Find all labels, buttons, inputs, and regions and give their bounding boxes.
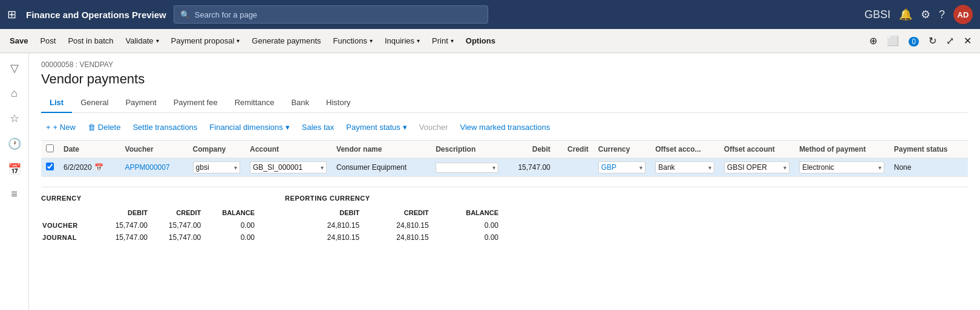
select-all-checkbox[interactable] bbox=[46, 144, 54, 152]
refresh-icon[interactable]: ↻ bbox=[925, 33, 940, 49]
tab-bar: List General Payment Payment fee Remitta… bbox=[41, 94, 968, 113]
offset-account-dropdown-arrow: ▾ bbox=[783, 164, 786, 171]
close-icon[interactable]: ✕ bbox=[960, 33, 975, 49]
row-currency-cell: GBP ▾ bbox=[593, 158, 650, 177]
reporting-header-row: DEBIT CREDIT BALANCE bbox=[286, 208, 503, 219]
tab-payment[interactable]: Payment bbox=[117, 94, 165, 113]
company-dropdown[interactable]: gbsi ▾ bbox=[193, 161, 240, 173]
currency-voucher-credit: 15,747.00 bbox=[154, 220, 206, 231]
cmd-right-icons: ⊕ ⬜ 0 ↻ ⤢ ✕ bbox=[866, 33, 975, 49]
settings-icon[interactable]: ⚙ bbox=[921, 8, 930, 21]
search-bar[interactable]: 🔍 Search for a page bbox=[174, 5, 488, 24]
new-button[interactable]: + + New bbox=[41, 120, 80, 134]
recent-icon[interactable]: 🕐 bbox=[4, 134, 25, 154]
filter-icon[interactable]: ▽ bbox=[7, 58, 22, 79]
detach-icon[interactable]: ⤢ bbox=[942, 33, 958, 49]
row-account-cell: GB_SI_000001 ▾ bbox=[245, 158, 332, 177]
search-placeholder: Search for a page bbox=[195, 10, 257, 19]
breadcrumb: 00000058 : VENDPAY bbox=[41, 60, 968, 69]
tab-list[interactable]: List bbox=[41, 94, 72, 113]
notification-icon[interactable]: 🔔 bbox=[899, 8, 912, 21]
tab-general[interactable]: General bbox=[72, 94, 117, 113]
reporting-col-label bbox=[286, 208, 295, 219]
validate-button[interactable]: Validate ▾ bbox=[121, 34, 164, 48]
col-company: Company bbox=[188, 141, 245, 158]
row-voucher-cell: APPM000007 bbox=[120, 158, 188, 177]
options-button[interactable]: Options bbox=[461, 34, 500, 48]
row-checkbox-cell bbox=[41, 158, 59, 177]
payment-status-button[interactable]: Payment status ▾ bbox=[341, 120, 412, 134]
row-offset-account-cell: GBSI OPER ▾ bbox=[719, 158, 794, 177]
home-icon[interactable]: ⌂ bbox=[7, 83, 21, 103]
payment-proposal-button[interactable]: Payment proposal ▾ bbox=[166, 34, 245, 48]
offset-account-value: GBSI OPER bbox=[727, 163, 767, 172]
tab-bank[interactable]: Bank bbox=[283, 94, 318, 113]
tab-payment-fee[interactable]: Payment fee bbox=[165, 94, 226, 113]
grid-menu-icon[interactable]: ⊞ bbox=[7, 8, 16, 21]
currency-summary-table: DEBIT CREDIT BALANCE VOUCHER 15,747.00 1… bbox=[41, 207, 261, 244]
col-description: Description bbox=[431, 141, 503, 158]
reporting-journal-balance: 0.00 bbox=[435, 232, 503, 243]
reporting-journal-row: 24,810.15 24,810.15 0.00 bbox=[286, 232, 503, 243]
list-side-icon[interactable]: ≡ bbox=[7, 184, 21, 204]
row-date-cell: 6/2/2020 📅 bbox=[59, 158, 120, 177]
table-row[interactable]: 6/2/2020 📅 APPM000007 gbsi ▾ bbox=[41, 158, 968, 177]
account-dropdown[interactable]: GB_SI_000001 ▾ bbox=[250, 161, 327, 173]
sales-tax-button[interactable]: Sales tax bbox=[297, 120, 339, 134]
description-dropdown-arrow: ▾ bbox=[492, 164, 495, 171]
tab-remittance[interactable]: Remittance bbox=[226, 94, 283, 113]
panel-icon[interactable]: ⬜ bbox=[883, 33, 903, 49]
help-icon[interactable]: ? bbox=[939, 8, 945, 21]
view-marked-transactions-button[interactable]: View marked transactions bbox=[456, 120, 555, 134]
currency-dropdown[interactable]: GBP ▾ bbox=[598, 161, 645, 173]
post-button[interactable]: Post bbox=[35, 34, 60, 48]
row-vendor-name-cell: Consumer Equipment bbox=[332, 158, 431, 177]
voucher-button[interactable]: Voucher bbox=[414, 120, 453, 134]
personalize-icon[interactable]: ⊕ bbox=[866, 33, 881, 49]
table-header-row: Date Voucher Company Account Vendor name… bbox=[41, 141, 968, 158]
reporting-currency-title: REPORTING CURRENCY bbox=[285, 195, 505, 202]
page-wrapper: ▽ ⌂ ☆ 🕐 📅 ≡ 00000058 : VENDPAY Vendor pa… bbox=[0, 53, 980, 310]
generate-payments-button[interactable]: Generate payments bbox=[247, 34, 325, 48]
payment-status-chevron: ▾ bbox=[403, 123, 407, 132]
description-dropdown[interactable]: ▾ bbox=[436, 163, 498, 173]
inquiries-button[interactable]: Inquiries ▾ bbox=[380, 34, 425, 48]
method-dropdown-arrow: ▾ bbox=[878, 164, 881, 171]
reporting-voucher-debit: 24,810.15 bbox=[296, 220, 365, 231]
settle-transactions-button[interactable]: Settle transactions bbox=[128, 120, 202, 134]
col-vendor-name: Vendor name bbox=[332, 141, 431, 158]
functions-button[interactable]: Functions ▾ bbox=[328, 34, 377, 48]
post-in-batch-button[interactable]: Post in batch bbox=[63, 34, 118, 48]
summary-spacer bbox=[529, 195, 968, 244]
notification-count-icon[interactable]: 0 bbox=[905, 33, 923, 49]
tab-history[interactable]: History bbox=[318, 94, 359, 113]
company-value: gbsi bbox=[196, 163, 209, 172]
sidebar-left: ▽ ⌂ ☆ 🕐 📅 ≡ bbox=[0, 53, 29, 310]
method-dropdown[interactable]: Electronic ▾ bbox=[799, 161, 884, 173]
col-credit: Credit bbox=[555, 141, 593, 158]
company-dropdown-arrow: ▾ bbox=[234, 164, 237, 171]
calendar-icon[interactable]: 📅 bbox=[94, 163, 103, 172]
app-title: Finance and Operations Preview bbox=[26, 10, 166, 20]
offset-acco-dropdown[interactable]: Bank ▾ bbox=[655, 161, 714, 173]
currency-voucher-row: VOUCHER 15,747.00 15,747.00 0.00 bbox=[42, 220, 260, 231]
offset-account-dropdown[interactable]: GBSI OPER ▾ bbox=[724, 161, 789, 173]
plus-icon: + bbox=[46, 123, 51, 132]
currency-journal-credit: 15,747.00 bbox=[154, 232, 206, 243]
row-debit-cell: 15,747.00 bbox=[503, 158, 555, 177]
save-button[interactable]: Save bbox=[5, 34, 33, 48]
row-voucher[interactable]: APPM000007 bbox=[125, 163, 170, 172]
delete-button[interactable]: 🗑 Delete bbox=[83, 120, 126, 134]
calendar-side-icon[interactable]: 📅 bbox=[4, 159, 25, 179]
row-payment-status-cell: None bbox=[889, 158, 968, 177]
user-avatar[interactable]: AD bbox=[953, 5, 973, 24]
row-checkbox[interactable] bbox=[46, 163, 54, 170]
print-button[interactable]: Print ▾ bbox=[427, 34, 459, 48]
col-account: Account bbox=[245, 141, 332, 158]
row-payment-status: None bbox=[894, 163, 912, 172]
currency-summary-title: CURRENCY bbox=[41, 195, 261, 202]
favorites-icon[interactable]: ☆ bbox=[6, 108, 23, 129]
financial-dimensions-button[interactable]: Financial dimensions ▾ bbox=[204, 120, 294, 134]
summary-grid: CURRENCY DEBIT CREDIT BALANCE bbox=[41, 195, 968, 244]
currency-col-debit: DEBIT bbox=[100, 208, 152, 219]
